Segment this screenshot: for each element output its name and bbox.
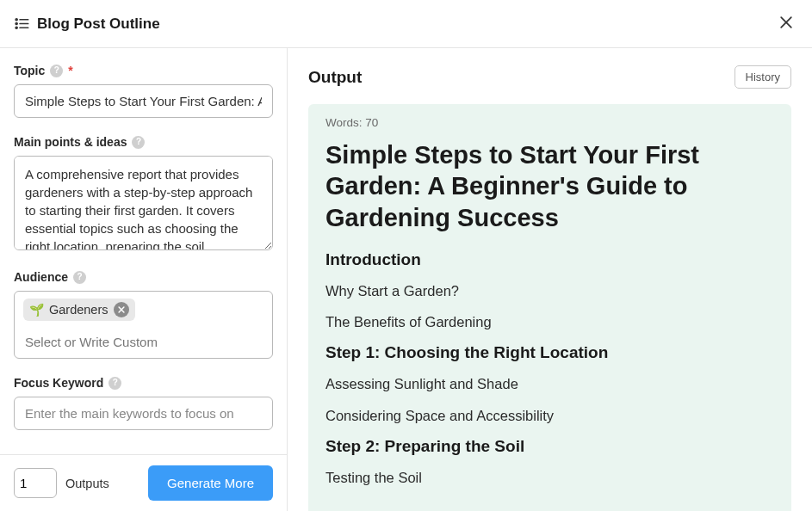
form-panel: Topic ? * Main points & ideas ? bbox=[0, 48, 288, 511]
result-line: Considering Space and Accessibility bbox=[325, 406, 774, 425]
seedling-icon: 🌱 bbox=[29, 303, 44, 317]
audience-chip-label: Gardeners bbox=[49, 303, 108, 317]
modal-title: Blog Post Outline bbox=[37, 15, 160, 33]
result-subheading: Introduction bbox=[325, 250, 774, 269]
modal-header: Blog Post Outline bbox=[0, 0, 812, 48]
topic-input[interactable] bbox=[14, 84, 273, 118]
focus-keyword-label: Focus Keyword bbox=[14, 376, 103, 390]
result-line: The Benefits of Gardening bbox=[325, 312, 774, 331]
main-points-label: Main points & ideas bbox=[14, 135, 127, 149]
outline-icon bbox=[14, 15, 30, 32]
word-count: Words: 70 bbox=[325, 116, 774, 129]
output-card: Words: 70 Simple Steps to Start Your Fir… bbox=[308, 104, 791, 511]
help-icon[interactable]: ? bbox=[73, 271, 86, 284]
outputs-count-input[interactable] bbox=[14, 468, 57, 498]
close-icon[interactable] bbox=[774, 10, 798, 37]
svg-point-2 bbox=[15, 23, 17, 25]
result-subheading: Step 2: Preparing the Soil bbox=[325, 437, 774, 456]
help-icon[interactable]: ? bbox=[108, 377, 121, 390]
svg-point-0 bbox=[15, 19, 17, 21]
required-indicator: * bbox=[68, 64, 72, 77]
form-footer: Outputs Generate More bbox=[0, 454, 287, 511]
result-line: Testing the Soil bbox=[325, 468, 774, 487]
result-line: Why Start a Garden? bbox=[325, 281, 774, 300]
chip-remove-icon[interactable] bbox=[114, 302, 129, 317]
focus-keyword-input[interactable] bbox=[14, 397, 273, 430]
svg-point-4 bbox=[15, 27, 17, 28]
help-icon[interactable]: ? bbox=[50, 65, 63, 77]
topic-label: Topic bbox=[14, 64, 45, 77]
generate-more-button[interactable]: Generate More bbox=[148, 465, 273, 501]
output-title: Output bbox=[308, 68, 362, 87]
history-button[interactable]: History bbox=[735, 65, 791, 89]
help-icon[interactable]: ? bbox=[132, 136, 145, 149]
audience-label: Audience bbox=[14, 270, 68, 284]
result-heading: Simple Steps to Start Your First Garden:… bbox=[325, 139, 774, 233]
result-line: Assessing Sunlight and Shade bbox=[325, 374, 774, 393]
audience-chip[interactable]: 🌱 Gardeners bbox=[23, 299, 135, 321]
output-panel: Output History Words: 70 Simple Steps to… bbox=[288, 48, 812, 511]
audience-placeholder: Select or Write Custom bbox=[23, 329, 263, 351]
main-points-input[interactable] bbox=[14, 156, 273, 250]
result-subheading: Step 1: Choosing the Right Location bbox=[325, 343, 774, 362]
outputs-label: Outputs bbox=[65, 477, 109, 490]
audience-input[interactable]: 🌱 Gardeners Select or Write Custom bbox=[14, 291, 273, 359]
